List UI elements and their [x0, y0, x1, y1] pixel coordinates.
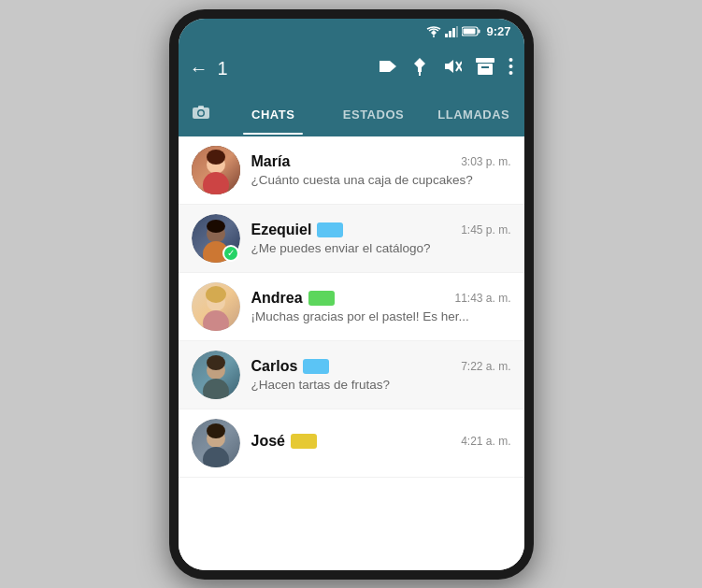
chat-item-andrea[interactable]: Andrea 11:43 a. m. ¡Muchas gracias por e… — [179, 273, 524, 341]
svg-rect-21 — [198, 106, 204, 108]
avatar-carlos-figure — [192, 351, 240, 399]
chat-tag-carlos — [303, 359, 329, 374]
chat-content-carlos: Carlos 7:22 a. m. ¿Hacen tartas de fruta… — [251, 358, 511, 392]
svg-point-16 — [509, 65, 512, 68]
back-button[interactable]: ← — [190, 58, 208, 79]
chat-header-ezequiel: Ezequiel 1:45 p. m. — [251, 222, 511, 238]
chat-content-ezequiel: Ezequiel 1:45 p. m. ¿Me puedes enviar el… — [251, 222, 511, 255]
chat-time-maria: 3:03 p. m. — [461, 155, 510, 168]
status-bar: 9:27 — [179, 19, 524, 45]
label-icon[interactable] — [378, 59, 398, 79]
avatar-maria-figure — [192, 146, 240, 194]
chat-preview-maria: ¿Cuánto cuesta una caja de cupcakes? — [251, 173, 511, 187]
svg-rect-3 — [449, 31, 451, 37]
svg-point-15 — [509, 58, 512, 62]
chat-preview-andrea: ¡Muchas gracias por el pastel! Es her... — [251, 309, 511, 323]
chat-preview-ezequiel: ¿Me puedes enviar el catálogo? — [251, 241, 511, 255]
more-options-icon[interactable] — [509, 57, 513, 80]
chat-list: María 3:03 p. m. ¿Cuánto cuesta una caja… — [179, 136, 524, 570]
status-icons — [426, 26, 480, 37]
avatar-jose — [192, 419, 240, 467]
svg-point-46 — [207, 423, 225, 438]
svg-rect-7 — [479, 30, 480, 34]
avatar-carlos — [192, 351, 240, 399]
avatar-andrea-figure — [192, 282, 240, 331]
avatar-wrap-maria — [192, 146, 240, 194]
svg-rect-12 — [476, 58, 494, 63]
status-time: 9:27 — [486, 24, 510, 38]
battery-icon — [462, 26, 480, 36]
tab-bar: CHATS ESTADOS LLAMADAS — [179, 93, 524, 136]
chat-item-ezequiel[interactable]: ✓ Ezequiel 1:45 p. m. ¿Me puedes enviar … — [179, 205, 524, 273]
svg-point-1 — [433, 36, 435, 37]
mute-icon[interactable] — [441, 58, 462, 79]
chat-item-carlos[interactable]: Carlos 7:22 a. m. ¿Hacen tartas de fruta… — [179, 341, 524, 409]
chat-item-maria[interactable]: María 3:03 p. m. ¿Cuánto cuesta una caja… — [179, 136, 524, 205]
avatar-wrap-jose — [192, 419, 240, 467]
chat-name-maria: María — [251, 153, 291, 170]
avatar-maria — [192, 146, 240, 194]
svg-point-31 — [207, 220, 225, 233]
svg-point-20 — [198, 111, 203, 116]
svg-rect-8 — [464, 29, 476, 35]
svg-point-26 — [207, 150, 225, 165]
chat-content-andrea: Andrea 11:43 a. m. ¡Muchas gracias por e… — [251, 290, 511, 323]
chat-content-jose: José 4:21 a. m. — [251, 433, 511, 452]
camera-tab-icon[interactable] — [179, 105, 223, 124]
phone-screen: 9:27 ← 1 — [179, 19, 524, 570]
toolbar-actions — [378, 57, 513, 80]
chat-name-wrap-jose: José — [251, 433, 317, 450]
tab-llamadas[interactable]: LLAMADAS — [423, 94, 523, 135]
chat-name-wrap-ezequiel: Ezequiel — [251, 222, 344, 238]
svg-rect-14 — [481, 66, 489, 68]
svg-rect-13 — [478, 64, 493, 75]
chat-tag-jose — [291, 434, 317, 449]
chat-name-jose: José — [251, 433, 285, 450]
svg-rect-2 — [445, 34, 448, 37]
svg-marker-0 — [431, 30, 437, 36]
avatar-jose-figure — [192, 419, 240, 467]
svg-point-41 — [207, 355, 225, 370]
chat-content-maria: María 3:03 p. m. ¿Cuánto cuesta una caja… — [251, 153, 511, 187]
selected-count: 1 — [218, 58, 228, 79]
svg-point-36 — [206, 286, 226, 303]
avatar-wrap-carlos — [192, 351, 240, 399]
chat-tag-andrea — [308, 291, 335, 306]
phone-frame: 9:27 ← 1 — [169, 9, 534, 580]
chat-name-wrap-carlos: Carlos — [251, 358, 330, 375]
chat-name-ezequiel: Ezequiel — [251, 222, 312, 238]
chat-header-andrea: Andrea 11:43 a. m. — [251, 290, 511, 307]
svg-rect-5 — [456, 26, 458, 37]
chat-time-andrea: 11:43 a. m. — [454, 292, 510, 305]
chat-name-wrap-maria: María — [251, 153, 291, 170]
chat-header-jose: José 4:21 a. m. — [251, 433, 511, 450]
chat-name-wrap-andrea: Andrea — [251, 290, 335, 307]
avatar-wrap-ezequiel: ✓ — [192, 214, 240, 263]
avatar-andrea — [192, 282, 240, 331]
chat-header-carlos: Carlos 7:22 a. m. — [251, 358, 511, 375]
chat-time-jose: 4:21 a. m. — [461, 435, 510, 448]
chat-time-ezequiel: 1:45 p. m. — [461, 223, 510, 237]
signal-icon — [445, 26, 458, 37]
chat-name-carlos: Carlos — [251, 358, 298, 375]
svg-rect-4 — [452, 28, 455, 37]
chat-item-jose[interactable]: José 4:21 a. m. — [179, 409, 524, 478]
chat-tag-ezequiel — [317, 222, 343, 237]
tab-chats[interactable]: CHATS — [223, 94, 323, 135]
chat-time-carlos: 7:22 a. m. — [461, 360, 510, 373]
wifi-icon — [426, 26, 441, 37]
chat-name-andrea: Andrea — [251, 290, 303, 307]
tab-estados[interactable]: ESTADOS — [323, 94, 423, 135]
avatar-check-ezequiel: ✓ — [222, 245, 239, 262]
chat-header-maria: María 3:03 p. m. — [251, 153, 511, 170]
archive-icon[interactable] — [475, 57, 495, 80]
pin-icon[interactable] — [411, 57, 428, 80]
toolbar: ← 1 — [179, 45, 524, 93]
avatar-wrap-andrea — [192, 282, 240, 331]
chat-preview-carlos: ¿Hacen tartas de frutas? — [251, 378, 511, 392]
svg-point-17 — [509, 71, 512, 75]
